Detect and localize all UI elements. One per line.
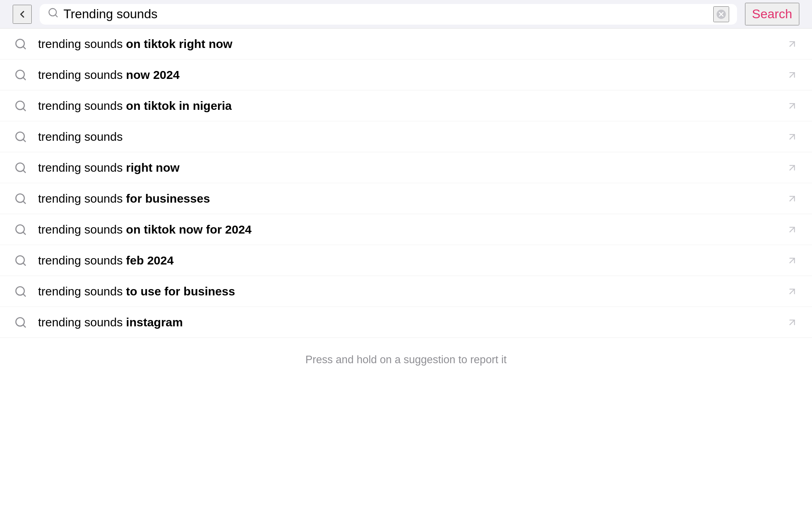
- suggestion-arrow-icon: [787, 69, 798, 80]
- suggestions-list: trending sounds on tiktok right now tren…: [0, 29, 812, 338]
- search-bar: [40, 4, 737, 25]
- svg-line-15: [23, 139, 25, 142]
- suggestion-arrow-icon: [787, 38, 798, 50]
- suggestion-arrow-icon: [787, 100, 798, 111]
- suggestion-text: trending sounds to use for business: [38, 285, 776, 298]
- suggestion-arrow-icon: [787, 317, 798, 328]
- svg-line-25: [790, 227, 795, 232]
- back-button[interactable]: [13, 5, 32, 24]
- suggestion-item[interactable]: trending sounds now 2024: [0, 59, 812, 90]
- suggestion-item[interactable]: trending sounds on tiktok in nigeria: [0, 90, 812, 121]
- svg-line-1: [55, 15, 57, 17]
- svg-line-34: [790, 320, 795, 325]
- svg-line-12: [23, 108, 25, 111]
- suggestion-text: trending sounds: [38, 130, 776, 144]
- suggestion-arrow-icon: [787, 131, 798, 142]
- svg-line-21: [23, 201, 25, 203]
- search-action-button[interactable]: Search: [745, 3, 799, 25]
- suggestion-search-icon: [14, 100, 27, 112]
- svg-line-18: [23, 170, 25, 172]
- suggestion-arrow-icon: [787, 255, 798, 266]
- header: Search: [0, 0, 812, 29]
- suggestion-arrow-icon: [787, 224, 798, 235]
- suggestion-text: trending sounds feb 2024: [38, 254, 776, 267]
- suggestion-text: trending sounds instagram: [38, 316, 776, 329]
- suggestion-search-icon: [14, 316, 27, 329]
- clear-button[interactable]: [713, 6, 729, 22]
- suggestion-item[interactable]: trending sounds on tiktok now for 2024: [0, 214, 812, 245]
- svg-line-22: [790, 196, 795, 201]
- suggestion-item[interactable]: trending sounds: [0, 121, 812, 152]
- suggestion-arrow-icon: [787, 193, 798, 204]
- suggestion-text: trending sounds on tiktok now for 2024: [38, 223, 776, 236]
- suggestion-search-icon: [14, 130, 27, 143]
- suggestion-search-icon: [14, 192, 27, 205]
- search-input[interactable]: [63, 7, 709, 21]
- suggestion-search-icon: [14, 69, 27, 81]
- suggestion-item[interactable]: trending sounds for businesses: [0, 183, 812, 214]
- suggestion-text: trending sounds for businesses: [38, 192, 776, 205]
- suggestion-text: trending sounds on tiktok right now: [38, 37, 776, 51]
- suggestion-search-icon: [14, 161, 27, 174]
- svg-line-9: [23, 77, 25, 80]
- suggestion-arrow-icon: [787, 162, 798, 173]
- svg-line-24: [23, 232, 25, 234]
- footer-hint: Press and hold on a suggestion to report…: [0, 338, 812, 382]
- suggestion-item[interactable]: trending sounds instagram: [0, 307, 812, 338]
- svg-line-28: [790, 258, 795, 263]
- svg-line-27: [23, 263, 25, 265]
- svg-line-13: [790, 103, 795, 108]
- suggestion-item[interactable]: trending sounds feb 2024: [0, 245, 812, 276]
- suggestion-item[interactable]: trending sounds right now: [0, 152, 812, 183]
- suggestion-search-icon: [14, 285, 27, 298]
- suggestion-text: trending sounds now 2024: [38, 68, 776, 82]
- suggestion-text: trending sounds right now: [38, 161, 776, 174]
- suggestion-search-icon: [14, 254, 27, 267]
- svg-line-10: [790, 73, 795, 77]
- suggestion-search-icon: [14, 38, 27, 50]
- svg-line-33: [23, 325, 25, 327]
- search-icon: [48, 7, 59, 21]
- suggestion-item[interactable]: trending sounds to use for business: [0, 276, 812, 307]
- svg-line-31: [790, 289, 795, 294]
- suggestion-arrow-icon: [787, 286, 798, 297]
- svg-line-19: [790, 165, 795, 170]
- suggestion-text: trending sounds on tiktok in nigeria: [38, 99, 776, 113]
- suggestion-search-icon: [14, 223, 27, 236]
- svg-line-6: [23, 46, 25, 49]
- svg-line-30: [23, 294, 25, 296]
- svg-line-16: [790, 134, 795, 139]
- svg-line-7: [790, 42, 795, 46]
- suggestion-item[interactable]: trending sounds on tiktok right now: [0, 29, 812, 59]
